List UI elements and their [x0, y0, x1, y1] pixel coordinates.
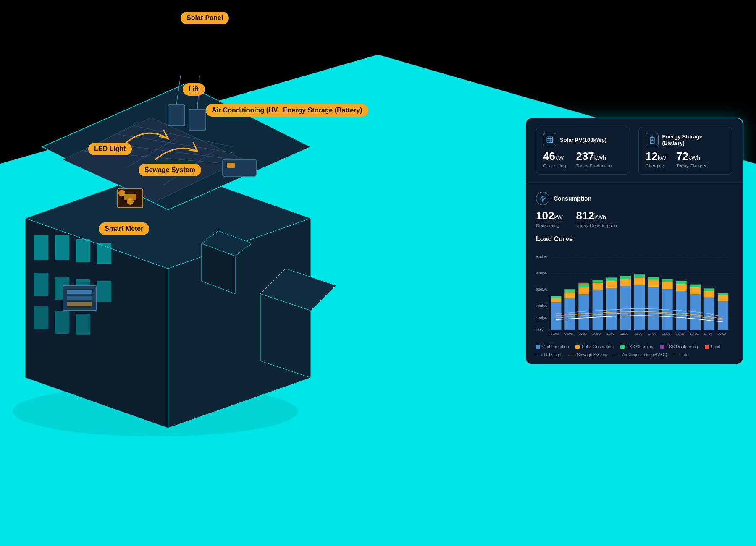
battery-values: 12kW Charging 72kWh Today Charged	[646, 151, 725, 168]
svg-rect-30	[227, 163, 235, 168]
smart-meter-label: Smart Meter	[99, 222, 149, 235]
svg-text:14:00: 14:00	[648, 332, 656, 336]
metrics-top-row: Solar PV(100kWp) 46kW Generating 237kWh …	[526, 118, 743, 183]
svg-rect-36	[67, 302, 92, 306]
consumption-card: Consumption 102kW Consuming 812kWh Today…	[526, 183, 743, 364]
svg-rect-85	[620, 276, 631, 279]
svg-rect-6	[55, 235, 69, 260]
svg-rect-70	[564, 292, 575, 298]
solar-icon	[543, 133, 556, 146]
legend-ess-charge-dot	[620, 345, 625, 349]
battery-kw-value: 12kW	[646, 151, 666, 162]
solar-kw: 46kW Generating	[543, 151, 566, 168]
svg-rect-79	[606, 288, 617, 330]
svg-rect-34	[67, 290, 92, 294]
svg-text:07:00: 07:00	[551, 332, 559, 336]
svg-rect-8	[97, 243, 111, 264]
svg-rect-77	[593, 283, 603, 290]
chart-legend: Grid Importing Solar Generating ESS Char…	[536, 345, 732, 357]
solar-header: Solar PV(100kWp)	[543, 133, 623, 146]
legend-grid-dot	[536, 345, 540, 349]
svg-rect-96	[676, 284, 686, 291]
energy-storage-label: Energy Storage (Battery)	[277, 104, 368, 117]
svg-rect-105	[718, 295, 728, 302]
svg-rect-66	[551, 303, 561, 330]
svg-rect-94	[662, 279, 672, 282]
consumption-kwh: 812kWh Today Consumption	[576, 210, 617, 228]
load-curve-title: Load Curve	[536, 235, 732, 243]
svg-rect-78	[593, 280, 603, 283]
svg-text:100kW: 100kW	[536, 316, 548, 320]
legend-sewage-line	[569, 355, 575, 355]
svg-rect-99	[690, 287, 701, 294]
svg-rect-5	[34, 235, 48, 260]
svg-text:11:00: 11:00	[606, 332, 615, 336]
svg-rect-74	[578, 284, 589, 287]
svg-text:500kW: 500kW	[536, 255, 548, 259]
legend-load-dot	[705, 345, 709, 349]
legend-led-light: LED Light	[536, 353, 562, 357]
solar-kwh-label: Today Production	[576, 163, 612, 168]
sewage-system-label: Sewage System	[139, 164, 201, 176]
legend-lift: Lift	[674, 353, 687, 357]
svg-text:19:00: 19:00	[718, 332, 726, 336]
svg-rect-83	[620, 286, 631, 330]
consumption-kw-value: 102kW	[536, 210, 563, 221]
svg-text:17:00: 17:00	[690, 332, 698, 336]
legend-hvac: Air Conditioning (HVAC)	[614, 353, 667, 357]
svg-rect-43	[547, 137, 553, 143]
svg-text:18:00: 18:00	[704, 332, 712, 336]
led-light-label: LED Light	[88, 143, 132, 155]
svg-rect-91	[648, 277, 659, 280]
consumption-kw: 102kW Consuming	[536, 210, 563, 228]
svg-rect-80	[606, 281, 617, 288]
svg-rect-68	[551, 296, 561, 298]
battery-title: Energy Storage (Battery)	[662, 133, 725, 146]
svg-text:400kW: 400kW	[536, 271, 548, 275]
svg-text:200kW: 200kW	[536, 304, 548, 308]
consumption-kw-label: Consuming	[536, 223, 563, 228]
svg-rect-26	[189, 109, 206, 130]
consumption-icon	[536, 192, 549, 205]
solar-metric-group: Solar PV(100kWp) 46kW Generating 237kWh …	[536, 127, 630, 175]
battery-kwh-value: 72kWh	[676, 151, 708, 162]
battery-kwh-label: Today Charged	[676, 163, 708, 168]
chart-svg: 500kW 400kW 300kW 200kW 100kW 0kW	[536, 248, 732, 340]
svg-rect-82	[606, 277, 617, 278]
svg-point-42	[127, 198, 134, 205]
battery-kwh: 72kWh Today Charged	[676, 151, 708, 168]
svg-rect-25	[168, 105, 185, 126]
svg-text:16:00: 16:00	[676, 332, 684, 336]
svg-rect-7	[76, 239, 90, 262]
load-curve-chart: 500kW 400kW 300kW 200kW 100kW 0kW	[536, 248, 732, 340]
legend-hvac-line	[614, 355, 620, 355]
svg-rect-93	[662, 282, 672, 290]
legend-sewage: Sewage System	[569, 353, 607, 357]
svg-text:10:00: 10:00	[593, 332, 601, 336]
svg-text:09:00: 09:00	[578, 332, 587, 336]
legend-solar-dot	[575, 345, 580, 349]
svg-rect-71	[564, 289, 575, 292]
solar-kwh-value: 237kWh	[576, 151, 612, 162]
svg-rect-9	[34, 273, 48, 296]
svg-rect-12	[97, 281, 111, 302]
svg-text:08:00: 08:00	[564, 332, 573, 336]
svg-rect-90	[648, 280, 659, 287]
legend-led-line	[536, 355, 542, 355]
legend-load: Load	[705, 345, 720, 349]
dashboard-panel: Solar PV(100kWp) 46kW Generating 237kWh …	[525, 118, 743, 365]
svg-marker-53	[540, 196, 545, 201]
svg-rect-102	[704, 291, 714, 298]
svg-rect-86	[634, 285, 645, 330]
svg-rect-84	[620, 279, 631, 286]
consumption-header: Consumption	[536, 192, 732, 205]
svg-rect-15	[76, 314, 90, 335]
battery-kw: 12kW Charging	[646, 151, 666, 168]
svg-rect-14	[55, 311, 69, 334]
legend-solar-generating: Solar Generating	[575, 345, 614, 349]
lift-label: Lift	[183, 83, 205, 96]
battery-kw-label: Charging	[646, 163, 666, 168]
solar-title: Solar PV(100kWp)	[560, 137, 606, 143]
consumption-title: Consumption	[554, 195, 591, 202]
svg-rect-88	[634, 274, 645, 278]
